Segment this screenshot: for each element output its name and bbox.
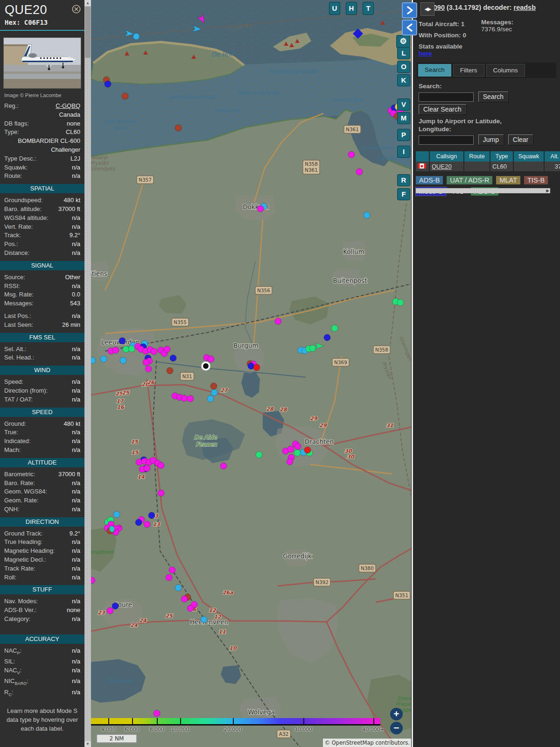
sidebar-scrollbar[interactable]: ▲ ▼ xyxy=(84,0,91,747)
history-arrows-button[interactable]: ◀▶ xyxy=(420,2,434,16)
tab-filters[interactable]: Filters xyxy=(453,64,484,77)
map-layer-button-O[interactable]: O xyxy=(398,61,410,72)
column-header-Callsign[interactable]: Callsign xyxy=(430,151,463,162)
aircraft-position-dot[interactable] xyxy=(151,348,157,355)
aircraft-position-dot[interactable] xyxy=(397,299,404,306)
decoder-link[interactable]: readsb xyxy=(513,4,536,11)
stats-here-link[interactable]: here xyxy=(419,50,432,57)
map-canvas[interactable]: FryslânDe HônEngelsmanplaatAmelanderwadW… xyxy=(91,0,411,747)
aircraft-position-dot[interactable] xyxy=(187,395,194,402)
aircraft-position-dot[interactable] xyxy=(256,451,262,458)
scroll-up-icon[interactable]: ▲ xyxy=(84,0,91,6)
aircraft-position-dot[interactable] xyxy=(100,356,107,362)
tab-columns[interactable]: Columns xyxy=(486,64,525,77)
aircraft-position-dot[interactable] xyxy=(175,125,182,131)
aircraft-position-dot[interactable] xyxy=(211,389,217,396)
jump-button[interactable]: Jump xyxy=(478,134,504,145)
map-button-U[interactable]: U xyxy=(329,2,340,14)
jump-input[interactable] xyxy=(419,135,474,145)
aircraft-position-dot[interactable] xyxy=(364,212,370,218)
aircraft-position-dot[interactable] xyxy=(210,383,217,389)
column-header-Alt. (ft)[interactable]: Alt. (ft) xyxy=(545,151,560,162)
map-button-T[interactable]: T xyxy=(363,2,373,14)
aircraft-position-dot[interactable] xyxy=(324,334,330,341)
aircraft-position-dot[interactable] xyxy=(294,443,301,450)
aircraft-position-dot[interactable] xyxy=(169,567,175,573)
aircraft-position-dot[interactable] xyxy=(287,458,293,465)
aircraft-position-dot[interactable] xyxy=(257,205,264,212)
zoom-out-button[interactable]: − xyxy=(390,722,403,734)
aircraft-position-dot[interactable] xyxy=(145,366,152,372)
registration-link[interactable]: C-GQBQ xyxy=(19,102,80,111)
aircraft-position-dot[interactable] xyxy=(122,93,128,99)
search-button[interactable]: Search xyxy=(478,92,508,102)
zoom-in-button[interactable]: + xyxy=(390,708,403,720)
aircraft-position-dot[interactable] xyxy=(148,512,155,519)
aircraft-position-dot[interactable] xyxy=(113,511,120,518)
panel-collapse-button[interactable] xyxy=(402,20,417,35)
aircraft-position-dot[interactable] xyxy=(119,338,126,344)
aircraft-position-dot[interactable] xyxy=(356,169,363,175)
close-icon[interactable] xyxy=(72,5,81,14)
map-layer-button-V[interactable]: V xyxy=(398,99,410,110)
clear-search-button[interactable]: Clear Search xyxy=(419,104,466,114)
aircraft-position-dot[interactable] xyxy=(112,347,119,353)
aircraft-position-dot[interactable] xyxy=(166,574,172,581)
osm-link[interactable]: © OpenStreetMap xyxy=(325,740,374,746)
aircraft-position-dot[interactable] xyxy=(309,345,316,352)
selected-aircraft-dot[interactable] xyxy=(203,363,209,369)
aircraft-position-dot[interactable] xyxy=(348,151,355,158)
aircraft-position-dot[interactable] xyxy=(175,585,182,591)
aircraft-position-dot[interactable] xyxy=(144,465,150,472)
aircraft-position-dot[interactable] xyxy=(105,81,111,87)
table-horizontal-scrollbar[interactable]: ▶ xyxy=(416,188,550,193)
map-layer-button-R[interactable]: R xyxy=(398,175,410,186)
column-header-Type[interactable]: Type xyxy=(490,151,513,162)
aircraft-position-dot[interactable] xyxy=(154,710,160,717)
table-row[interactable]: QUE20CL6037000 xyxy=(416,162,560,171)
aircraft-position-dot[interactable] xyxy=(144,521,150,528)
aircraft-position-dot[interactable] xyxy=(294,450,301,456)
aircraft-position-dot[interactable] xyxy=(135,519,142,526)
map-layer-button-M[interactable]: M xyxy=(398,113,410,124)
map-layer-button-F[interactable]: F xyxy=(398,189,410,200)
aircraft-position-dot[interactable] xyxy=(181,596,188,602)
aircraft-position-dot[interactable] xyxy=(91,357,96,364)
tab-search[interactable]: Search xyxy=(418,64,451,77)
aircraft-position-dot[interactable] xyxy=(107,607,113,614)
map-layer-button-P[interactable]: P xyxy=(398,129,410,141)
map-layer-button-I[interactable]: I xyxy=(398,146,410,157)
map-layer-button-K[interactable]: K xyxy=(398,75,410,86)
aircraft-position-dot[interactable] xyxy=(158,462,164,469)
aircraft-position-dot[interactable] xyxy=(208,356,214,362)
callsign-link[interactable]: QUE20 xyxy=(432,163,452,170)
settings-button[interactable]: ⚙ xyxy=(397,35,410,48)
aircraft-position-dot[interactable] xyxy=(143,359,149,366)
aircraft-position-dot[interactable] xyxy=(181,395,188,402)
aircraft-position-dot[interactable] xyxy=(120,357,126,364)
scrollbar-thumb[interactable] xyxy=(85,7,91,58)
aircraft-position-dot[interactable] xyxy=(275,318,281,324)
map-button-H[interactable]: H xyxy=(346,2,357,14)
panel-expand-button[interactable] xyxy=(402,2,417,18)
column-header-Route[interactable]: Route xyxy=(464,151,490,162)
aircraft-position-dot[interactable] xyxy=(287,446,294,452)
aircraft-position-dot[interactable] xyxy=(201,616,207,623)
aircraft-position-dot[interactable] xyxy=(331,325,338,331)
column-header-Squawk[interactable]: Squawk xyxy=(514,151,544,162)
aircraft-position-dot[interactable] xyxy=(187,605,194,612)
aircraft-position-dot[interactable] xyxy=(167,367,173,374)
aircraft-position-dot[interactable] xyxy=(220,463,227,469)
aircraft-position-dot[interactable] xyxy=(112,603,119,609)
aircraft-position-dot[interactable] xyxy=(128,345,135,352)
aircraft-position-dot[interactable] xyxy=(304,447,311,453)
clear-jump-button[interactable]: Clear xyxy=(508,134,533,145)
aircraft-position-dot[interactable] xyxy=(170,355,176,361)
aircraft-position-dot[interactable] xyxy=(164,346,170,352)
search-input[interactable] xyxy=(419,92,474,102)
column-header-flag[interactable] xyxy=(416,151,429,162)
scroll-down-icon[interactable]: ▼ xyxy=(84,741,91,747)
map-layer-button-L[interactable]: L xyxy=(398,48,410,59)
aircraft-position-dot[interactable] xyxy=(158,490,164,496)
aircraft-position-dot[interactable] xyxy=(207,395,214,402)
